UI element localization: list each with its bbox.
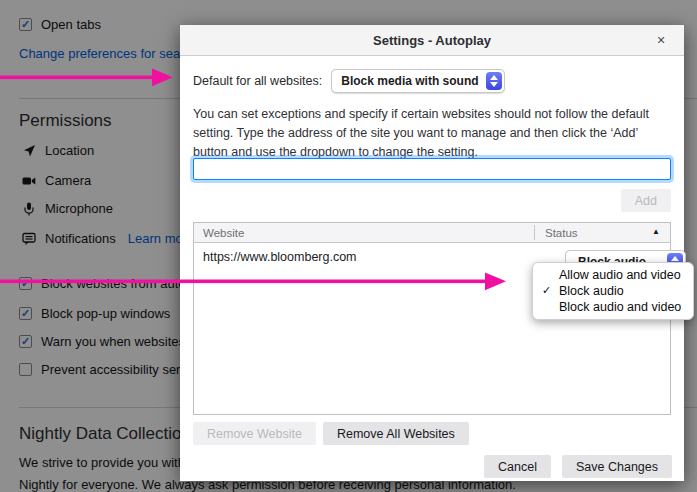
menu-item-allow-audio-video[interactable]: Allow audio and video bbox=[533, 267, 693, 283]
default-setting-label: Default for all websites: bbox=[193, 74, 322, 88]
column-divider bbox=[534, 225, 535, 240]
default-setting-select[interactable]: Block media with sound bbox=[331, 69, 504, 93]
selected-check-icon: ✓ bbox=[542, 284, 551, 297]
cancel-button[interactable]: Cancel bbox=[484, 455, 551, 478]
dialog-title: Settings - Autoplay bbox=[373, 33, 491, 48]
close-icon[interactable]: × bbox=[652, 31, 670, 49]
remove-all-websites-button[interactable]: Remove All Websites bbox=[323, 422, 469, 445]
remove-website-button[interactable]: Remove Website bbox=[193, 422, 316, 445]
default-setting-row: Default for all websites: Block media wi… bbox=[193, 69, 505, 93]
menu-item-block-audio-video[interactable]: Block audio and video bbox=[533, 299, 693, 315]
sort-ascending-icon[interactable]: ▲ bbox=[652, 227, 660, 236]
stepper-icon bbox=[486, 72, 502, 90]
exceptions-description: You can set exceptions and specify if ce… bbox=[193, 105, 665, 162]
save-changes-button[interactable]: Save Changes bbox=[562, 455, 672, 478]
dialog-footer: Cancel Save Changes bbox=[484, 455, 672, 478]
table-row-website[interactable]: https://www.bloomberg.com bbox=[203, 250, 357, 264]
status-column-header[interactable]: Status bbox=[545, 223, 578, 242]
screen: ✓ Open tabs Change preferences for searc… bbox=[0, 0, 697, 492]
add-button[interactable]: Add bbox=[621, 189, 671, 212]
website-column-header[interactable]: Website bbox=[203, 223, 244, 242]
menu-item-block-audio[interactable]: ✓ Block audio bbox=[533, 283, 693, 299]
autoplay-settings-dialog: Settings - Autoplay × Default for all we… bbox=[180, 25, 684, 481]
status-dropdown-menu: Allow audio and video ✓ Block audio Bloc… bbox=[532, 262, 694, 320]
dialog-header: Settings - Autoplay × bbox=[180, 25, 684, 56]
table-header: Website Status ▲ bbox=[194, 223, 670, 243]
website-address-input[interactable] bbox=[193, 158, 671, 180]
remove-buttons-row: Remove Website Remove All Websites bbox=[193, 422, 469, 445]
